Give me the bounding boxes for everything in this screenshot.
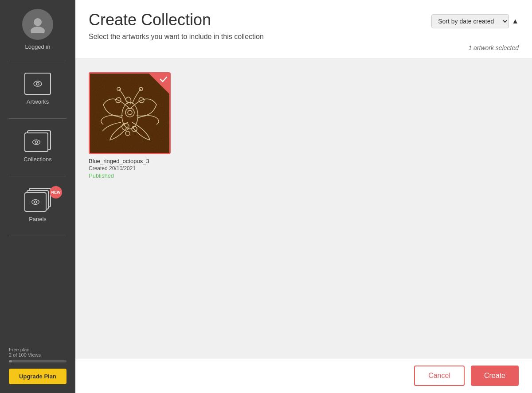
svg-point-6 bbox=[32, 200, 39, 205]
artwork-area: Blue_ringed_octopus_3 Created 20/10/2021… bbox=[75, 59, 532, 358]
sidebar: Logged in Artworks Collections bbox=[0, 0, 75, 393]
user-avatar-icon bbox=[29, 16, 47, 33]
upgrade-plan-button[interactable]: Upgrade Plan bbox=[9, 369, 66, 384]
sidebar-divider-2 bbox=[9, 118, 66, 119]
main-content: Create Collection Sort by date created S… bbox=[75, 0, 532, 393]
artworks-label: Artworks bbox=[27, 98, 49, 105]
sidebar-divider-1 bbox=[9, 61, 66, 61]
sort-control: Sort by date created Sort by name Sort b… bbox=[431, 14, 519, 28]
artwork-name: Blue_ringed_octopus_3 bbox=[89, 158, 171, 164]
collections-icon-stack bbox=[24, 130, 51, 152]
artwork-status: Published bbox=[89, 172, 171, 179]
sidebar-item-collections[interactable]: Collections bbox=[9, 125, 66, 168]
header-top-row: Create Collection Sort by date created S… bbox=[89, 11, 519, 29]
avatar bbox=[22, 9, 53, 40]
sort-direction-button[interactable]: ▲ bbox=[512, 17, 519, 25]
svg-point-7 bbox=[34, 201, 37, 203]
eye-icon bbox=[32, 78, 43, 89]
panels-icon-front2 bbox=[24, 192, 47, 212]
svg-point-5 bbox=[35, 141, 38, 144]
svg-point-3 bbox=[36, 82, 39, 85]
cancel-button[interactable]: Cancel bbox=[414, 366, 465, 386]
sort-select[interactable]: Sort by date created Sort by name Sort b… bbox=[431, 14, 509, 28]
check-icon bbox=[160, 75, 168, 83]
collections-eye-icon bbox=[31, 137, 41, 147]
page-subtitle: Select the artworks you want to include … bbox=[89, 33, 355, 41]
artwork-info: Blue_ringed_octopus_3 Created 20/10/2021… bbox=[89, 158, 171, 179]
panels-eye-icon bbox=[31, 197, 40, 207]
page-title: Create Collection bbox=[89, 11, 211, 29]
artwork-card[interactable]: Blue_ringed_octopus_3 Created 20/10/2021… bbox=[89, 72, 171, 179]
sidebar-divider-3 bbox=[9, 176, 66, 176]
sidebar-item-artworks[interactable]: Artworks bbox=[9, 67, 66, 110]
collections-icon-front bbox=[24, 132, 48, 152]
artwork-grid: Blue_ringed_octopus_3 Created 20/10/2021… bbox=[89, 72, 519, 179]
svg-point-1 bbox=[31, 27, 45, 33]
artwork-thumbnail[interactable] bbox=[89, 72, 171, 154]
create-button[interactable]: Create bbox=[471, 366, 519, 386]
free-plan-text: Free plan: 2 of 100 Views bbox=[9, 347, 41, 358]
svg-point-4 bbox=[33, 140, 40, 145]
views-progress-bar bbox=[9, 360, 66, 362]
artwork-date: Created 20/10/2021 bbox=[89, 165, 171, 171]
new-badge: NEW bbox=[50, 186, 62, 198]
collections-label: Collections bbox=[23, 156, 52, 163]
free-plan-detail: 2 of 100 Views bbox=[9, 352, 41, 358]
panels-label: Panels bbox=[29, 216, 47, 222]
panels-icon-stack bbox=[24, 188, 51, 212]
user-status-label: Logged in bbox=[25, 43, 50, 50]
svg-point-2 bbox=[34, 81, 42, 86]
sidebar-item-panels[interactable]: NEW Panels bbox=[9, 183, 66, 228]
footer-bar: Cancel Create bbox=[75, 358, 532, 393]
main-header: Create Collection Sort by date created S… bbox=[75, 0, 532, 59]
artworks-icon-box bbox=[24, 73, 51, 95]
selected-count: 1 artwork selected bbox=[89, 44, 519, 51]
free-plan-label: Free plan: bbox=[9, 347, 31, 352]
svg-point-0 bbox=[34, 18, 42, 26]
user-profile: Logged in bbox=[22, 9, 53, 50]
views-progress-fill bbox=[9, 360, 12, 362]
sidebar-bottom: Free plan: 2 of 100 Views Upgrade Plan bbox=[0, 347, 75, 384]
sidebar-divider-4 bbox=[9, 236, 66, 236]
